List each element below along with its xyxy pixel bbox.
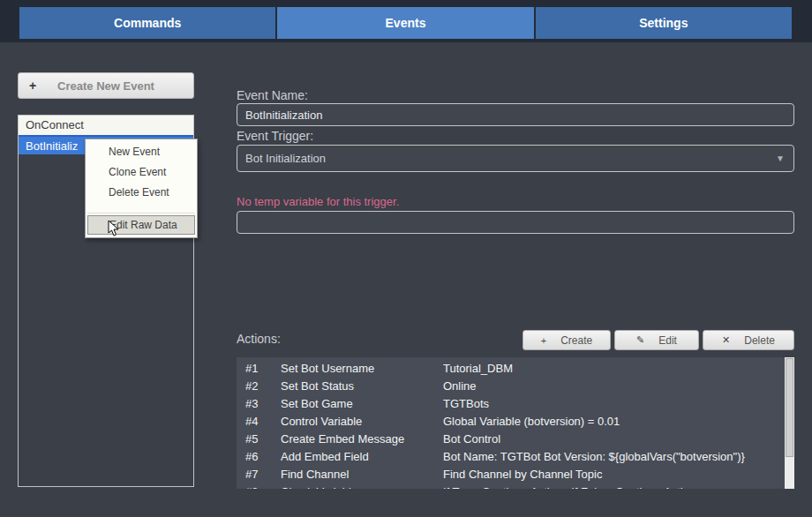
chevron-down-icon: ▼ bbox=[776, 154, 785, 163]
context-menu: New Event Clone Event Delete Event Edit … bbox=[85, 139, 198, 238]
event-name-input[interactable] bbox=[237, 103, 794, 126]
action-detail: Bot Control bbox=[443, 431, 500, 448]
action-row[interactable]: #7 Find Channel Find Channel by Channel … bbox=[237, 466, 794, 483]
action-row[interactable]: #2 Set Bot Status Online bbox=[237, 378, 794, 395]
action-number: #3 bbox=[245, 395, 258, 413]
event-trigger-dropdown[interactable]: Bot Initialization ▼ bbox=[237, 145, 794, 172]
event-trigger-value: Bot Initialization bbox=[245, 152, 326, 165]
action-detail: If True: Continue Actions If False: Cont… bbox=[443, 483, 702, 489]
tab-events[interactable]: Events bbox=[277, 7, 533, 39]
action-edit-button[interactable]: ✎ Edit bbox=[614, 330, 699, 350]
actions-scrollbar[interactable] bbox=[785, 357, 794, 489]
action-edit-label: Edit bbox=[658, 334, 677, 347]
action-row[interactable]: #6 Add Embed Field Bot Name: TGTBot Bot … bbox=[237, 448, 794, 466]
create-new-event-button[interactable]: + Create New Event bbox=[18, 72, 194, 99]
menu-item-clone-event[interactable]: Clone Event bbox=[86, 162, 197, 183]
event-list-item-onconnect[interactable]: OnConnect bbox=[19, 116, 193, 135]
temp-variable-note: No temp variable for this trigger. bbox=[237, 195, 399, 208]
action-delete-label: Delete bbox=[744, 334, 775, 347]
action-name: Set Bot Username bbox=[281, 360, 374, 378]
plus-icon: + bbox=[541, 335, 546, 346]
x-icon: ✕ bbox=[722, 334, 730, 346]
action-row[interactable]: #3 Set Bot Game TGTBots bbox=[237, 395, 794, 413]
menu-item-new-event[interactable]: New Event bbox=[86, 142, 197, 162]
wrench-icon: ✎ bbox=[636, 334, 644, 346]
action-number: #6 bbox=[245, 448, 258, 466]
action-number: #2 bbox=[245, 378, 258, 395]
action-name: Set Bot Status bbox=[281, 378, 354, 395]
action-detail: Online bbox=[443, 378, 477, 395]
mouse-cursor bbox=[108, 220, 120, 241]
temp-variable-input[interactable] bbox=[237, 211, 794, 234]
create-new-event-label: Create New Event bbox=[57, 79, 154, 93]
action-detail: Tutorial_DBM bbox=[443, 360, 513, 378]
action-name: Find Channel bbox=[281, 466, 349, 483]
action-number: #7 bbox=[245, 466, 258, 483]
action-name: Add Embed Field bbox=[281, 448, 369, 466]
action-number: #1 bbox=[245, 360, 258, 378]
action-create-label: Create bbox=[560, 334, 592, 347]
event-trigger-label: Event Trigger: bbox=[237, 129, 313, 143]
plus-icon: + bbox=[29, 79, 36, 93]
top-bar: Commands Events Settings bbox=[0, 0, 812, 42]
action-row[interactable]: #5 Create Embed Message Bot Control bbox=[237, 431, 794, 448]
menu-item-delete-event[interactable]: Delete Event bbox=[86, 183, 197, 203]
actions-list: #1 Set Bot Username Tutorial_DBM #2 Set … bbox=[237, 357, 794, 489]
tab-settings[interactable]: Settings bbox=[536, 7, 792, 39]
action-number: #4 bbox=[245, 413, 258, 431]
action-number: #5 bbox=[245, 431, 258, 448]
action-name: Set Bot Game bbox=[281, 395, 353, 413]
action-name: Check Variable bbox=[281, 483, 357, 489]
action-delete-button[interactable]: ✕ Delete bbox=[703, 330, 794, 350]
action-detail: Bot Name: TGTBot Bot Version: ${globalVa… bbox=[443, 448, 745, 466]
action-number: #8 bbox=[245, 483, 258, 489]
action-row[interactable]: #4 Control Variable Global Variable (bot… bbox=[237, 413, 794, 431]
dbm-app-window: Commands Events Settings + Create New Ev… bbox=[0, 0, 812, 517]
action-create-button[interactable]: + Create bbox=[523, 330, 611, 350]
actions-label: Actions: bbox=[237, 332, 281, 346]
action-row[interactable]: #8 Check Variable If True: Continue Acti… bbox=[237, 483, 794, 489]
action-name: Create Embed Message bbox=[281, 431, 404, 448]
scrollbar-thumb[interactable] bbox=[786, 358, 793, 457]
action-row[interactable]: #1 Set Bot Username Tutorial_DBM bbox=[237, 360, 794, 378]
tab-commands[interactable]: Commands bbox=[19, 7, 275, 39]
action-detail: TGTBots bbox=[443, 395, 489, 413]
menu-separator bbox=[87, 203, 195, 214]
menu-item-edit-raw-data[interactable]: Edit Raw Data bbox=[87, 215, 195, 235]
action-detail: Find Channel by Channel Topic bbox=[443, 466, 602, 483]
action-name: Control Variable bbox=[281, 413, 362, 431]
main-tabs: Commands Events Settings bbox=[19, 7, 792, 39]
event-name-label: Event Name: bbox=[237, 88, 308, 102]
action-detail: Global Variable (botversion) = 0.01 bbox=[443, 413, 620, 431]
